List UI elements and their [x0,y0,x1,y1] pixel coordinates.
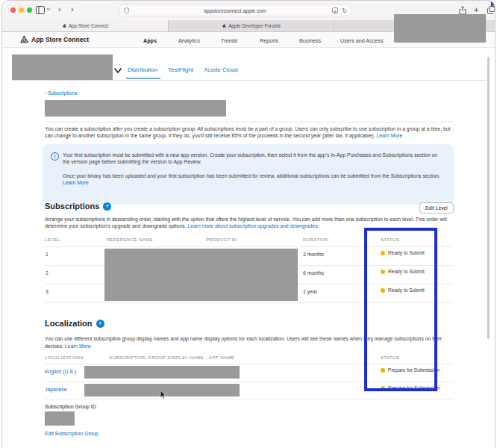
minimize-window-button[interactable] [19,7,24,13]
breadcrumb-label: Subscriptions [48,90,77,96]
status-dot-icon [381,251,385,255]
table-row-level: 2 [46,270,49,276]
status-badge: Ready to Submit [381,287,425,293]
col-localizations: LOCALIZATIONS [45,355,84,360]
table-row-duration: 6 months [303,270,324,276]
subscriptions-title: Subscriptions [45,202,99,211]
col-group-display-name: SUBSCRIPTION GROUP DISPLAY NAME [109,355,204,360]
table-row-level: 3 [46,289,49,294]
edit-level-button[interactable]: Edit Level [419,202,454,214]
reload-icon[interactable]: ↻ [342,7,347,14]
divider [45,364,453,364]
status-badge: Prepare for Submission [381,367,440,373]
add-subscription-button[interactable]: + [103,202,111,211]
mouse-cursor-icon [160,390,166,399]
sidebar-icon[interactable] [36,6,45,14]
apple-logo-icon [222,23,226,28]
info-paragraph-2: Once your binary has been uploaded and y… [63,172,442,187]
table-row-duration: 3 months [303,252,324,257]
url-field[interactable]: appstoreconnect.apple.com a ↻ [119,4,351,16]
divider [45,246,453,247]
breadcrumb[interactable]: ‹Subscriptions [45,90,77,96]
learn-more-link[interactable]: Learn More [376,133,402,138]
status-dot-icon [381,270,385,274]
redacted-app-name [12,55,113,80]
new-tab-button[interactable]: + [474,5,478,14]
sidebar-chevron-icon[interactable] [46,7,51,11]
status-badge: Ready to Submit [381,250,425,255]
col-duration: DURATION [303,237,328,242]
table-row-level: 1 [46,252,49,257]
intro-paragraph: You can create a subscription after you … [45,125,454,140]
url-text: appstoreconnect.apple.com [119,8,351,13]
divider [45,302,453,303]
nav-trends[interactable]: Trends [221,37,237,44]
status-badge: Ready to Submit [381,269,425,274]
col-status: STATUS [381,237,399,242]
tab-label: App Store Connect [69,23,108,28]
localization-description: You can use different subscription group… [45,335,454,349]
info-paragraph-1: Your first subscription must be submitte… [63,152,442,166]
translate-icon[interactable]: a [332,7,338,13]
divider [12,80,487,81]
status-dot-icon [381,368,385,373]
info-icon: i [51,152,59,161]
app-switcher-chevron-icon[interactable] [113,67,122,74]
back-button[interactable]: ‹ [58,5,61,13]
col-app-name: APP NAME [209,355,234,360]
asc-brand[interactable]: App Store Connect [20,35,89,43]
nav-business[interactable]: Business [299,37,321,44]
add-localization-button[interactable]: + [96,320,104,328]
asc-brand-title: App Store Connect [31,36,89,43]
table-row-duration: 1 year [303,289,317,294]
redacted-group-id [45,411,75,426]
edit-subscription-group-link[interactable]: Edit Subscription Group [45,431,99,436]
nav-users-and-access[interactable]: Users and Access [340,37,384,44]
locale-link-japanese[interactable]: Japanese [45,387,66,392]
divider [45,382,453,382]
tab-app-store-connect[interactable]: App Store Connect [2,20,169,31]
tab-distribution[interactable]: Distribution [128,66,157,73]
browser-window: ‹ › appstoreconnect.apple.com a ↻ + App … [1,0,496,448]
col-status: STATUS [381,355,399,360]
chevron-left-icon: ‹ [45,90,46,96]
secondary-cursor-icon [490,1,496,8]
nav-reports[interactable]: Reports [260,37,278,44]
col-product-id: PRODUCT ID [206,237,237,242]
status-badge: Prepare for Submission [381,385,440,391]
info-box: i Your first subscription must be submit… [43,144,454,205]
status-dot-icon [381,386,385,391]
locale-link-english[interactable]: English (U.S.) [45,369,76,374]
subscriptions-description: Arrange your subscriptions in descending… [45,216,454,230]
tab-testflight[interactable]: TestFlight [168,66,193,73]
learn-more-link[interactable]: Learn More [65,343,91,349]
col-reference-name: REFERENCE NAME [107,237,153,242]
close-window-button[interactable] [10,7,16,13]
forward-button[interactable]: › [71,5,74,13]
redacted-group-name [45,100,226,116]
upgrades-downgrades-link[interactable]: Learn more about subscription upgrades a… [187,223,319,228]
nav-apps[interactable]: Apps [143,37,157,44]
group-id-label: Subscription Group ID [45,404,96,409]
learn-more-link[interactable]: Learn More [63,180,89,185]
redacted-localization-values [84,366,240,379]
tab-label: Apple Developer Forums [228,23,281,28]
active-tab-underline [126,78,160,79]
localization-title: Localization [45,319,93,328]
zoom-window-button[interactable] [27,7,32,13]
redacted-subscription-names [104,249,298,301]
nav-analytics[interactable]: Analytics [178,37,200,44]
scrollbar-thumb[interactable] [487,57,490,339]
apple-logo-icon [62,23,66,28]
status-dot-icon [381,288,385,293]
asc-logo-icon [20,35,28,43]
divider [45,122,453,122]
col-level: LEVEL [45,237,60,242]
tab-apple-developer-forums[interactable]: Apple Developer Forums [169,20,334,31]
divider [45,399,453,399]
tab-xcode-cloud[interactable]: Xcode Cloud [204,66,238,73]
redacted-region-top-right [394,14,486,43]
